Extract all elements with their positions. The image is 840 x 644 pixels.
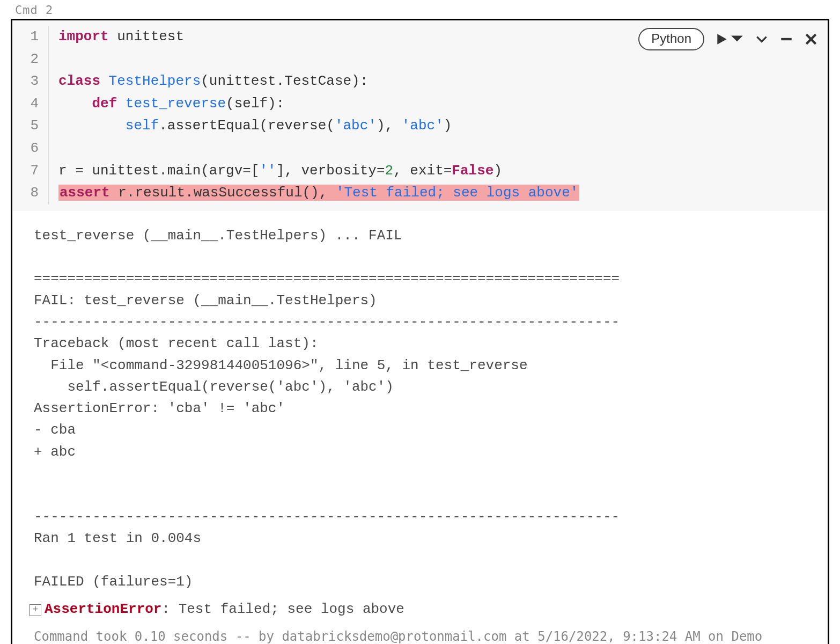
line-number: 1 bbox=[12, 26, 49, 48]
code-line[interactable]: 3 class TestHelpers(unittest.TestCase): bbox=[12, 70, 828, 93]
error-summary[interactable]: +AssertionError: Test failed; see logs a… bbox=[12, 597, 828, 619]
code-editor[interactable]: Python 1 import unittest 2 bbox=[12, 20, 828, 211]
line-number: 8 bbox=[12, 182, 49, 204]
cell-label: Cmd 2 bbox=[0, 0, 840, 19]
cell-output: test_reverse (__main__.TestHelpers) ... … bbox=[12, 211, 828, 597]
language-pill[interactable]: Python bbox=[638, 28, 704, 50]
line-number: 6 bbox=[12, 137, 49, 160]
code-line[interactable]: 2 bbox=[12, 48, 828, 71]
error-name: AssertionError bbox=[45, 601, 161, 617]
code-line[interactable]: 8 assert r.result.wasSuccessful(), 'Test… bbox=[12, 182, 828, 204]
line-number: 2 bbox=[12, 48, 49, 71]
code-line[interactable]: 6 bbox=[12, 137, 828, 160]
close-icon[interactable] bbox=[804, 32, 818, 46]
execution-status: Command took 0.10 seconds -- by databric… bbox=[12, 619, 828, 644]
line-number: 7 bbox=[12, 160, 49, 182]
line-number: 4 bbox=[12, 93, 49, 115]
notebook-cell: Python 1 import unittest 2 bbox=[11, 19, 829, 644]
cell-toolbar: Python bbox=[638, 28, 818, 50]
code-line[interactable]: 4 def test_reverse(self): bbox=[12, 93, 828, 115]
minimize-icon[interactable] bbox=[779, 32, 793, 46]
code-line[interactable]: 5 self.assertEqual(reverse('abc'), 'abc'… bbox=[12, 115, 828, 137]
run-cell-icon[interactable] bbox=[715, 32, 744, 46]
expand-icon[interactable]: + bbox=[30, 604, 41, 616]
line-number: 3 bbox=[12, 70, 49, 93]
line-number: 5 bbox=[12, 115, 49, 137]
code-line[interactable]: 7 r = unittest.main(argv=[''], verbosity… bbox=[12, 160, 828, 182]
chevron-down-icon[interactable] bbox=[755, 32, 769, 46]
error-message: : Test failed; see logs above bbox=[161, 601, 404, 617]
